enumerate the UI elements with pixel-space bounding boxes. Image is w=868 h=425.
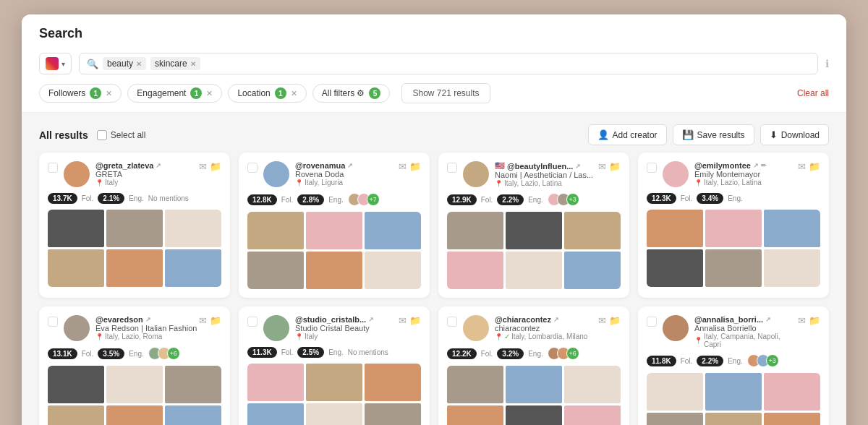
engagement-label: Eng. (528, 350, 543, 358)
avatar (463, 315, 489, 341)
message-icon[interactable]: ✉ (598, 315, 606, 326)
folder-icon[interactable]: 📁 (609, 315, 621, 326)
image-cell (564, 405, 621, 425)
username: @annalisa_borri... ↗ (694, 315, 798, 324)
image-cell (447, 366, 503, 403)
followers-badge: 12.9K (447, 194, 477, 205)
platform-selector[interactable]: ▾ (39, 53, 72, 74)
add-creator-button[interactable]: 👤 Add creator (588, 124, 667, 145)
message-icon[interactable]: ✉ (798, 161, 806, 172)
message-icon[interactable]: ✉ (399, 315, 407, 326)
creator-card: @studio_cristalb... ↗ Studio Cristal Bea… (239, 306, 430, 425)
external-link-icon[interactable]: ↗ (575, 163, 581, 170)
folder-icon[interactable]: 📁 (809, 315, 820, 326)
message-icon[interactable]: ✉ (798, 315, 806, 326)
external-link-icon[interactable]: ↗ (368, 316, 374, 323)
filter-engagement[interactable]: Engagement 1 ✕ (127, 84, 222, 103)
remove-beauty-icon[interactable]: ✕ (136, 60, 142, 68)
card-checkbox[interactable] (247, 163, 258, 173)
all-results-label: All results (39, 129, 88, 141)
chevron-down-icon: ▾ (61, 60, 65, 68)
external-link-icon[interactable]: ↗ (753, 162, 759, 169)
message-icon[interactable]: ✉ (199, 161, 207, 172)
image-cell (106, 210, 163, 247)
image-cell (48, 249, 104, 287)
pencil-icon[interactable]: ✏ (761, 162, 767, 169)
download-label: Download (781, 130, 820, 140)
filter-followers-remove[interactable]: ✕ (106, 89, 112, 98)
card-checkbox[interactable] (48, 317, 58, 327)
image-grid (247, 212, 421, 289)
card-actions: ✉ 📁 (798, 161, 820, 172)
clear-all-link[interactable]: Clear all (797, 88, 829, 98)
card-actions: ✉ 📁 (598, 315, 621, 326)
save-results-button[interactable]: 💾 Save results (673, 124, 754, 145)
image-cell (764, 249, 820, 287)
creator-card: @emilymontee ↗ ✏ Emily Montemayor 📍 Ital… (638, 153, 829, 298)
card-checkbox[interactable] (247, 317, 258, 327)
username: 🇺🇸 @beautyInfluen... ↗ (495, 161, 593, 171)
select-all-button[interactable]: Select all (97, 130, 146, 140)
external-link-icon[interactable]: ↗ (553, 316, 559, 323)
show-results-button[interactable]: Show 721 results (401, 83, 490, 103)
followers-label: Fol. (681, 357, 693, 365)
message-icon[interactable]: ✉ (598, 161, 606, 172)
image-grid (647, 373, 820, 425)
location: 📍 Italy (95, 179, 161, 186)
message-icon[interactable]: ✉ (199, 315, 207, 326)
select-all-checkbox[interactable] (97, 130, 107, 140)
location: 📍 Italy, Lazio, Roma (95, 332, 197, 340)
image-grid (447, 212, 621, 289)
image-cell (647, 249, 703, 287)
image-cell (647, 210, 703, 247)
card-checkbox[interactable] (647, 317, 657, 327)
external-link-icon[interactable]: ↗ (347, 162, 353, 169)
card-actions: ✉ 📁 (399, 161, 421, 172)
folder-icon[interactable]: 📁 (409, 161, 421, 172)
external-link-icon[interactable]: ↗ (156, 162, 161, 169)
username: @chiaracontez ↗ (495, 315, 587, 324)
username: @studio_cristalb... ↗ (295, 315, 374, 324)
filter-location-remove[interactable]: ✕ (291, 89, 297, 98)
username: @emilymontee ↗ ✏ (694, 161, 767, 170)
image-cell (705, 373, 762, 411)
image-cell (506, 405, 562, 425)
location-pin-icon: 📍 (295, 179, 303, 186)
card-header: @evaredson ↗ Eva Redson | Italian Fashio… (48, 315, 221, 341)
card-checkbox[interactable] (447, 317, 457, 327)
location-pin-icon: 📍 (694, 337, 702, 344)
stats-row: 12.3K Fol. 3.4% Eng. (647, 193, 820, 204)
location-pin-icon: 📍 (295, 333, 303, 340)
engagement-badge: 3.2% (497, 348, 524, 359)
creator-info: @annalisa_borri... ↗ Annalisa Borriello … (694, 315, 798, 348)
image-cell (506, 212, 562, 249)
card-checkbox[interactable] (647, 163, 657, 173)
image-cell (447, 212, 503, 249)
followers-label: Fol. (281, 348, 294, 356)
folder-icon[interactable]: 📁 (210, 161, 221, 172)
filter-location[interactable]: Location 1 ✕ (228, 84, 306, 103)
filter-followers[interactable]: Followers 1 ✕ (39, 84, 122, 103)
avatar-stack: +3 (747, 354, 779, 367)
filter-engagement-remove[interactable]: ✕ (206, 89, 213, 98)
external-link-icon[interactable]: ↗ (145, 316, 151, 323)
all-filters-chip[interactable]: All filters ⚙ 5 (312, 84, 391, 103)
card-checkbox[interactable] (48, 163, 58, 173)
folder-icon[interactable]: 📁 (809, 161, 820, 172)
remove-skincare-icon[interactable]: ✕ (190, 60, 196, 68)
engagement-label: Eng. (728, 194, 743, 202)
message-icon[interactable]: ✉ (399, 161, 407, 172)
image-cell (306, 403, 362, 425)
avatar (64, 315, 90, 341)
card-checkbox[interactable] (447, 163, 457, 173)
all-filters-badge: 5 (369, 87, 380, 99)
location-pin-icon: 📍 (95, 333, 103, 340)
folder-icon[interactable]: 📁 (409, 315, 421, 326)
creator-card: @chiaracontez ↗ chiaracontez 📍 ✓ Italy, … (438, 306, 629, 425)
creator-grid: @greta_zlateva ↗ GRETA 📍 Italy ✉ 📁 (39, 153, 829, 425)
creator-card: 🇺🇸 @beautyInfluen... ↗ Naomi | Aesthetic… (438, 153, 629, 298)
external-link-icon[interactable]: ↗ (765, 316, 771, 323)
folder-icon[interactable]: 📁 (609, 161, 621, 172)
folder-icon[interactable]: 📁 (210, 315, 221, 326)
download-button[interactable]: ⬇ Download (760, 124, 829, 145)
